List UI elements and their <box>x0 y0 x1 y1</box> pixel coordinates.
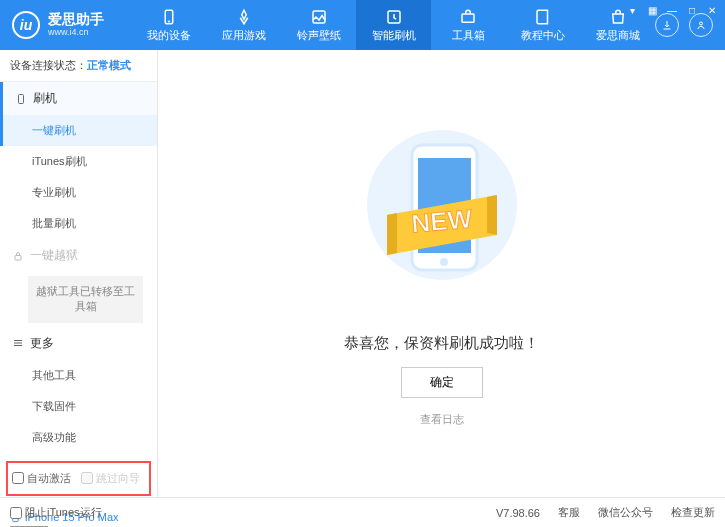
group-head-flash[interactable]: 刷机 <box>0 82 157 115</box>
nav-my-device[interactable]: 我的设备 <box>132 0 207 50</box>
chk-skip-guide[interactable]: 跳过向导 <box>81 471 140 486</box>
app-logo: iu 爱思助手 www.i4.cn <box>12 11 132 39</box>
update-link[interactable]: 检查更新 <box>671 505 715 520</box>
window-buttons: ▾ ▦ — □ ✕ <box>625 4 719 16</box>
sidebar-item-pro[interactable]: 专业刷机 <box>0 177 157 208</box>
svg-marker-14 <box>387 213 397 255</box>
logo-icon: iu <box>12 11 40 39</box>
connection-status: 设备连接状态：正常模式 <box>0 50 157 82</box>
group-label: 刷机 <box>33 90 57 107</box>
title-right <box>655 13 713 37</box>
sidebar-item-oneclick[interactable]: 一键刷机 <box>0 115 157 146</box>
nav-label: 教程中心 <box>521 28 565 43</box>
support-link[interactable]: 客服 <box>558 505 580 520</box>
nav-label: 工具箱 <box>452 28 485 43</box>
sidebar-item-other[interactable]: 其他工具 <box>0 360 157 391</box>
download-icon <box>661 19 673 31</box>
chk-label: 阻止iTunes运行 <box>25 505 102 520</box>
list-icon <box>12 337 24 349</box>
group-more: 更多 其他工具 下载固件 高级功能 <box>0 327 157 453</box>
status-prefix: 设备连接状态： <box>10 59 87 71</box>
nav-toolbox[interactable]: 工具箱 <box>431 0 506 50</box>
svg-point-12 <box>440 258 448 266</box>
book-icon <box>534 8 552 26</box>
new-ribbon-text: NEW <box>410 203 474 238</box>
svg-point-1 <box>169 20 171 22</box>
maximize-icon[interactable]: □ <box>685 4 699 16</box>
group-label: 一键越狱 <box>30 247 78 264</box>
nav-label: 我的设备 <box>147 28 191 43</box>
sidebar-item-firmware[interactable]: 下载固件 <box>0 391 157 422</box>
svg-marker-15 <box>487 195 497 235</box>
main-content: NEW 恭喜您，保资料刷机成功啦！ 确定 查看日志 <box>158 50 725 497</box>
download-button[interactable] <box>655 13 679 37</box>
group-jailbreak: 一键越狱 越狱工具已转移至工具箱 <box>0 239 157 327</box>
title-bar: ▾ ▦ — □ ✕ iu 爱思助手 www.i4.cn 我的设备 应用游戏 铃声… <box>0 0 725 50</box>
apps-icon <box>235 8 253 26</box>
svg-rect-6 <box>19 94 24 103</box>
sidebar: 设备连接状态：正常模式 刷机 一键刷机 iTunes刷机 专业刷机 批量刷机 一… <box>0 50 158 497</box>
user-button[interactable] <box>689 13 713 37</box>
wechat-link[interactable]: 微信公众号 <box>598 505 653 520</box>
chk-label: 跳过向导 <box>96 471 140 486</box>
grid-icon[interactable]: ▦ <box>645 4 659 16</box>
svg-rect-7 <box>15 255 21 260</box>
sidebar-item-batch[interactable]: 批量刷机 <box>0 208 157 239</box>
sidebar-item-itunes[interactable]: iTunes刷机 <box>0 146 157 177</box>
success-illustration: NEW <box>362 120 522 320</box>
status-mode: 正常模式 <box>87 59 131 71</box>
sidebar-item-advanced[interactable]: 高级功能 <box>0 422 157 453</box>
view-log-link[interactable]: 查看日志 <box>420 412 464 427</box>
group-head-more[interactable]: 更多 <box>0 327 157 360</box>
nav-apps[interactable]: 应用游戏 <box>207 0 282 50</box>
wallpaper-icon <box>310 8 328 26</box>
group-label: 更多 <box>30 335 54 352</box>
nav-label: 应用游戏 <box>222 28 266 43</box>
device-icon <box>15 93 27 105</box>
user-icon <box>695 19 707 31</box>
nav-label: 铃声壁纸 <box>297 28 341 43</box>
ok-button[interactable]: 确定 <box>401 367 483 398</box>
nav-flash[interactable]: 智能刷机 <box>356 0 431 50</box>
group-flash: 刷机 一键刷机 iTunes刷机 专业刷机 批量刷机 <box>0 82 157 239</box>
chk-auto-activate[interactable]: 自动激活 <box>12 471 71 486</box>
top-nav: 我的设备 应用游戏 铃声壁纸 智能刷机 工具箱 教程中心 爱思商城 <box>132 0 655 50</box>
svg-point-5 <box>700 22 703 25</box>
checkbox-input[interactable] <box>10 507 22 519</box>
store-icon <box>609 8 627 26</box>
phone-icon <box>160 8 178 26</box>
success-message: 恭喜您，保资料刷机成功啦！ <box>344 334 539 353</box>
minimize-icon[interactable]: — <box>665 4 679 16</box>
checkbox-input <box>81 472 93 484</box>
app-url: www.i4.cn <box>48 28 104 38</box>
svg-rect-4 <box>462 14 474 22</box>
options-box: 自动激活 跳过向导 <box>6 461 151 496</box>
toolbox-icon <box>459 8 477 26</box>
nav-label: 爱思商城 <box>596 28 640 43</box>
app-title: 爱思助手 <box>48 12 104 27</box>
lock-icon <box>12 250 24 262</box>
close-icon[interactable]: ✕ <box>705 4 719 16</box>
group-head-jailbreak: 一键越狱 <box>0 239 157 272</box>
chk-label: 自动激活 <box>27 471 71 486</box>
chk-block-itunes[interactable]: 阻止iTunes运行 <box>10 505 102 520</box>
flash-icon <box>385 8 403 26</box>
menu-icon[interactable]: ▾ <box>625 4 639 16</box>
nav-tutorials[interactable]: 教程中心 <box>506 0 581 50</box>
nav-ringtones[interactable]: 铃声壁纸 <box>281 0 356 50</box>
version-label: V7.98.66 <box>496 507 540 519</box>
nav-label: 智能刷机 <box>372 28 416 43</box>
checkbox-input[interactable] <box>12 472 24 484</box>
jailbreak-note: 越狱工具已转移至工具箱 <box>28 276 143 323</box>
